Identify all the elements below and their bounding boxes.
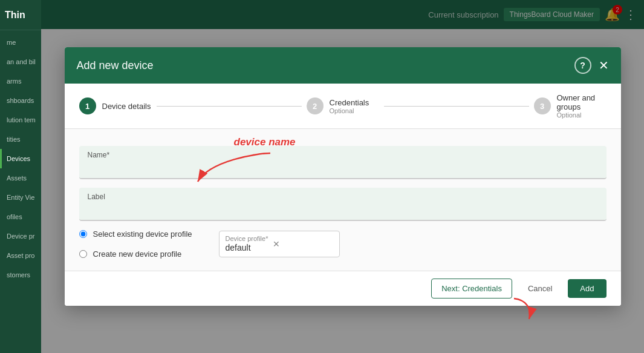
add-button[interactable]: Add [568, 279, 606, 298]
step-3-info: Owner and groups Optional [557, 93, 607, 119]
sidebar-item-alarms[interactable]: arms [0, 71, 41, 91]
profile-select-value: default [226, 243, 251, 252]
profile-select-field-label: Device profile* [226, 235, 268, 242]
radio-new-label: Create new device profile [93, 249, 182, 259]
sidebar-logo: Thin [0, 0, 41, 30]
profile-select-box[interactable]: Device profile* default ✕ [219, 231, 340, 257]
profile-select-container: Device profile* default ✕ [219, 231, 340, 257]
sidebar-item-asset-profiles[interactable]: Asset pro [0, 246, 41, 265]
main-area: Current subscription ThingsBoard Cloud M… [41, 0, 644, 353]
close-button[interactable]: ✕ [599, 59, 609, 71]
sidebar-item-solution-templates[interactable]: lution tem [0, 110, 41, 130]
step-2: 2 Credentials Optional [307, 97, 379, 114]
step-1-label: Device details [102, 102, 151, 111]
profile-select-info: Device profile* default [226, 235, 268, 253]
sidebar-item-device-profiles[interactable]: Device pr [0, 226, 41, 246]
label-label: Label [88, 193, 598, 201]
sidebar-item-assets[interactable]: Assets [0, 168, 41, 188]
radio-options: Select existing device profile Create ne… [79, 229, 192, 259]
name-field[interactable]: Name* [79, 146, 607, 179]
step-1: 1 Device details [79, 97, 152, 114]
step-2-label: Credentials [330, 98, 369, 107]
sidebar-item-billing[interactable]: an and bil [0, 52, 41, 71]
step-3-label: Owner and groups [557, 93, 607, 111]
radio-existing[interactable] [79, 230, 87, 238]
label-field[interactable]: Label [79, 188, 607, 221]
dialog-header: Add new device ? ✕ [65, 47, 621, 84]
dialog-footer: Next: Credentials Cancel Add [65, 271, 621, 306]
label-input[interactable] [88, 202, 598, 215]
step-2-info: Credentials Optional [330, 98, 369, 114]
radio-option-new[interactable]: Create new device profile [79, 249, 192, 259]
name-label: Name* [88, 151, 598, 159]
profile-clear-button[interactable]: ✕ [273, 239, 280, 249]
step-connector-1 [157, 106, 302, 107]
app-name: Thin [5, 10, 25, 21]
radio-option-existing[interactable]: Select existing device profile [79, 229, 192, 239]
step-2-number: 2 [307, 97, 324, 114]
name-input[interactable] [88, 160, 598, 173]
radio-new[interactable] [79, 250, 87, 258]
steps-bar: 1 Device details 2 Credentials Optional [65, 84, 621, 129]
sidebar-item-dashboards[interactable]: shboards [0, 91, 41, 110]
sidebar-item-entities[interactable]: tities [0, 130, 41, 149]
sidebar-item-customers[interactable]: stomers [0, 265, 41, 285]
step-2-sublabel: Optional [330, 107, 369, 114]
step-1-number: 1 [79, 97, 96, 114]
add-device-dialog: Add new device ? ✕ 1 Device details [65, 47, 621, 306]
next-credentials-button[interactable]: Next: Credentials [431, 279, 512, 299]
profile-section: Select existing device profile Create ne… [79, 229, 607, 259]
sidebar-nav: me an and bil arms shboards lution tem t… [0, 30, 41, 285]
modal-overlay: Add new device ? ✕ 1 Device details [41, 0, 644, 353]
dialog-header-actions: ? ✕ [574, 57, 609, 74]
step-3: 3 Owner and groups Optional [534, 93, 607, 119]
step-3-number: 3 [534, 97, 551, 114]
cancel-button[interactable]: Cancel [518, 279, 562, 298]
sidebar-item-devices[interactable]: Devices [0, 149, 41, 168]
step-connector-2 [384, 106, 529, 107]
step-1-info: Device details [102, 102, 151, 111]
sidebar-item-home[interactable]: me [0, 33, 41, 52]
radio-existing-label: Select existing device profile [93, 229, 192, 239]
dialog-title: Add new device [77, 59, 154, 72]
help-button[interactable]: ? [574, 57, 591, 74]
step-3-sublabel: Optional [557, 111, 607, 119]
sidebar: Thin me an and bil arms shboards lution … [0, 0, 41, 353]
dialog-body: device name Name* [65, 129, 621, 271]
sidebar-item-profiles[interactable]: ofiles [0, 207, 41, 226]
sidebar-item-entity-views[interactable]: Entity Vie [0, 188, 41, 207]
